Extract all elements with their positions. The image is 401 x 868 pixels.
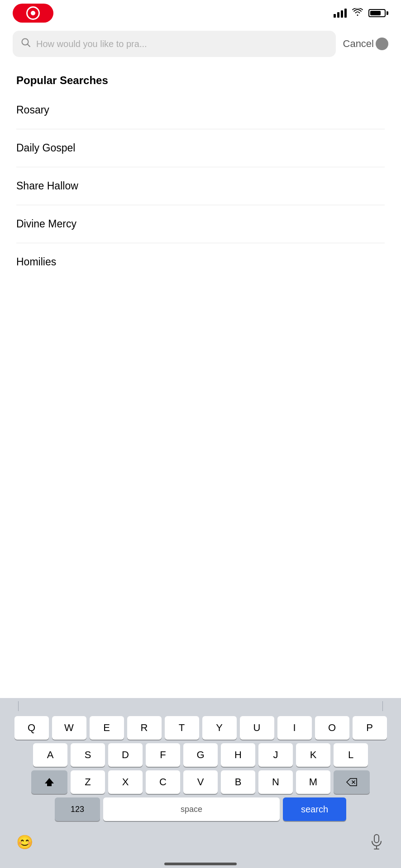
keyboard-row-3: Z X C V B N M xyxy=(2,770,399,794)
key-t[interactable]: T xyxy=(165,716,199,740)
keyboard-row-2: A S D F G H J K L xyxy=(2,743,399,767)
logo-dot xyxy=(31,11,35,15)
key-u[interactable]: U xyxy=(240,716,274,740)
mic-key[interactable] xyxy=(361,830,392,854)
list-item[interactable]: Divine Mercy xyxy=(16,205,385,243)
key-shift[interactable] xyxy=(31,770,67,794)
key-m[interactable]: M xyxy=(296,770,330,794)
key-l[interactable]: L xyxy=(334,743,368,767)
svg-marker-2 xyxy=(45,778,54,786)
svg-rect-5 xyxy=(374,835,379,843)
key-q[interactable]: Q xyxy=(14,716,49,740)
key-i[interactable]: I xyxy=(277,716,312,740)
key-numbers[interactable]: 123 xyxy=(55,797,100,821)
keyboard: Q W E R T Y U I O P A S D F G H J K L xyxy=(0,698,401,868)
logo-ring xyxy=(26,6,40,20)
list-item[interactable]: Rosary xyxy=(16,91,385,129)
svg-line-1 xyxy=(28,44,30,47)
key-backspace[interactable] xyxy=(334,770,370,794)
list-item[interactable]: Homilies xyxy=(16,243,385,281)
list-item[interactable]: Share Hallow xyxy=(16,167,385,205)
home-bar xyxy=(164,863,237,865)
key-y[interactable]: Y xyxy=(202,716,237,740)
search-placeholder: How would you like to pra... xyxy=(36,39,328,49)
keyboard-bottom-row: 😊 xyxy=(0,826,401,858)
key-c[interactable]: C xyxy=(146,770,180,794)
search-items-list: Rosary Daily Gospel Share Hallow Divine … xyxy=(16,91,385,281)
search-icon xyxy=(21,38,31,50)
keyboard-rows: Q W E R T Y U I O P A S D F G H J K L xyxy=(0,714,401,826)
key-b[interactable]: B xyxy=(221,770,255,794)
key-a[interactable]: A xyxy=(33,743,67,767)
list-item[interactable]: Daily Gospel xyxy=(16,129,385,167)
cancel-button[interactable]: Cancel xyxy=(343,38,388,50)
battery-icon xyxy=(368,9,388,17)
key-e[interactable]: E xyxy=(90,716,124,740)
key-p[interactable]: P xyxy=(353,716,387,740)
key-x[interactable]: X xyxy=(108,770,143,794)
status-bar xyxy=(0,0,401,24)
popular-searches-section: Popular Searches Rosary Daily Gospel Sha… xyxy=(0,63,401,281)
key-j[interactable]: J xyxy=(258,743,293,767)
key-r[interactable]: R xyxy=(127,716,162,740)
keyboard-handle-right xyxy=(382,701,383,711)
wifi-icon xyxy=(352,8,363,19)
key-search[interactable]: search xyxy=(283,797,346,821)
app-logo xyxy=(13,4,53,23)
search-input-bar[interactable]: How would you like to pra... xyxy=(13,31,336,57)
key-w[interactable]: W xyxy=(52,716,86,740)
search-bar-container: How would you like to pra... Cancel xyxy=(0,24,401,63)
key-n[interactable]: N xyxy=(258,770,293,794)
key-h[interactable]: H xyxy=(221,743,255,767)
home-indicator xyxy=(0,858,401,868)
key-space[interactable]: space xyxy=(103,797,280,821)
key-d[interactable]: D xyxy=(108,743,143,767)
key-g[interactable]: G xyxy=(183,743,218,767)
key-o[interactable]: O xyxy=(315,716,349,740)
signal-icon xyxy=(334,9,347,18)
cancel-circle xyxy=(376,38,388,50)
status-right xyxy=(334,8,388,19)
keyboard-row-4: 123 space search xyxy=(2,797,399,821)
key-z[interactable]: Z xyxy=(71,770,105,794)
key-v[interactable]: V xyxy=(183,770,218,794)
key-f[interactable]: F xyxy=(146,743,180,767)
key-k[interactable]: K xyxy=(296,743,330,767)
key-s[interactable]: S xyxy=(71,743,105,767)
keyboard-handle-left xyxy=(18,701,19,711)
keyboard-row-1: Q W E R T Y U I O P xyxy=(2,716,399,740)
emoji-key[interactable]: 😊 xyxy=(9,830,40,854)
keyboard-top-bar xyxy=(0,698,401,714)
popular-searches-title: Popular Searches xyxy=(16,74,385,87)
